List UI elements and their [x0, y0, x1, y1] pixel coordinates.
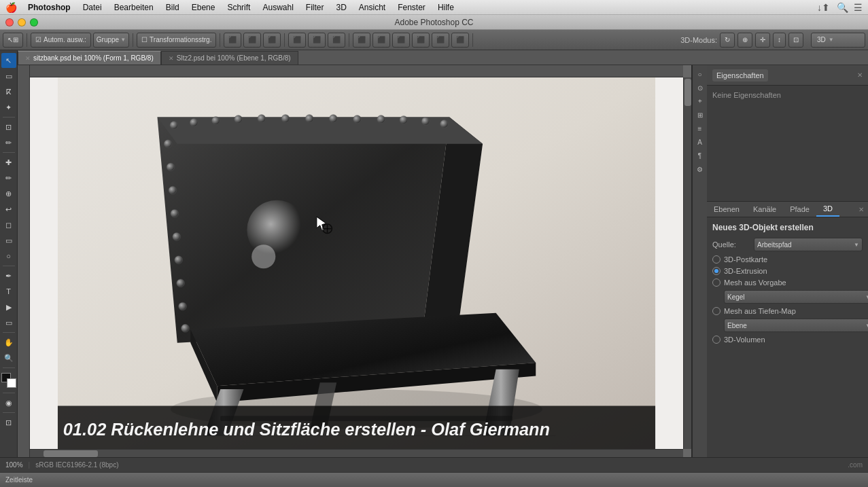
- panel-icon-para[interactable]: ¶: [694, 149, 706, 162]
- radio-volumen-circle[interactable]: [712, 336, 721, 344]
- menu-bearbeiten[interactable]: Bearbeiten: [109, 1, 159, 14]
- radio-mesh-tiefen[interactable]: Mesh aus Tiefen-Map: [712, 307, 863, 315]
- tab-ebenen[interactable]: Ebenen: [707, 202, 746, 217]
- search-icon[interactable]: 🔍: [837, 2, 848, 13]
- menu-3d[interactable]: 3D: [330, 1, 351, 14]
- menu-bild[interactable]: Bild: [160, 1, 185, 14]
- color-picker[interactable]: [1, 373, 16, 388]
- screen-mode-btn[interactable]: ⊡: [1, 415, 16, 430]
- panel-icon-target[interactable]: ⌖: [694, 95, 706, 107]
- 3d-rotate-btn[interactable]: ↻: [720, 33, 735, 48]
- radio-mesh-tiefen-circle[interactable]: [712, 307, 721, 315]
- tab-3d[interactable]: 3D: [816, 202, 839, 217]
- panel-icon-grid[interactable]: ⊞: [694, 109, 706, 121]
- menu-auswahl[interactable]: Auswahl: [257, 1, 298, 14]
- distribute-right-btn[interactable]: ⬛: [392, 33, 410, 48]
- eigenschaften-tab[interactable]: Eigenschaften: [712, 69, 768, 82]
- stamp-tool[interactable]: ⊕: [1, 186, 16, 201]
- radio-volumen[interactable]: 3D-Volumen: [712, 336, 863, 344]
- tab-close-icon[interactable]: ✕: [25, 55, 31, 62]
- move-tool-btn[interactable]: ↖⊞: [3, 33, 23, 48]
- 3d-view-dropdown[interactable]: 3D ▼: [811, 33, 865, 48]
- menu-hilfe[interactable]: Hilfe: [432, 1, 459, 14]
- close-button[interactable]: [5, 18, 14, 26]
- distribute-bottom-btn[interactable]: ⬛: [451, 33, 469, 48]
- radio-extrusion-circle[interactable]: [712, 267, 721, 275]
- 3d-roll-btn[interactable]: ⊕: [737, 33, 752, 48]
- auto-select-checkbox[interactable]: ☑ Autom. ausw.:: [31, 33, 91, 48]
- eyedropper-tool[interactable]: ✏: [1, 135, 16, 150]
- radio-postkarte-circle[interactable]: [712, 255, 721, 264]
- radio-mesh-vorgabe[interactable]: Mesh aus Vorgabe: [712, 278, 863, 287]
- panel-icon-properties[interactable]: ○: [694, 68, 706, 80]
- zoom-tool[interactable]: 🔍: [1, 350, 16, 365]
- panel-close-btn[interactable]: ✕: [854, 206, 868, 213]
- gradient-tool[interactable]: ▭: [1, 233, 16, 248]
- align-left-btn[interactable]: ⬛: [224, 33, 241, 48]
- align-bottom-btn[interactable]: ⬛: [328, 33, 345, 48]
- horizontal-scrollbar-thumb[interactable]: [44, 450, 98, 457]
- 3d-slide-btn[interactable]: ↕: [773, 33, 786, 48]
- panel-icon-adjust[interactable]: ≡: [694, 122, 706, 134]
- distribute-center-h-btn[interactable]: ⬛: [432, 33, 449, 48]
- type-tool[interactable]: T: [1, 284, 16, 299]
- brush-tool[interactable]: ✏: [1, 170, 16, 185]
- panel-icon-circle[interactable]: ⊙: [694, 82, 706, 94]
- tab-pfade[interactable]: Pfade: [783, 202, 816, 217]
- gruppe-dropdown[interactable]: Gruppe ▼: [93, 33, 129, 48]
- healing-tool[interactable]: ✚: [1, 155, 16, 170]
- distribute-top-btn[interactable]: ⬛: [412, 33, 430, 48]
- shape-tool[interactable]: ▭: [1, 315, 16, 330]
- menu-ebene[interactable]: Ebene: [186, 1, 221, 14]
- tab-sitzbank[interactable]: ✕ sitzbank.psd bei 100% (Form 1, RGB/8): [18, 51, 161, 65]
- menu-ansicht[interactable]: Ansicht: [353, 1, 391, 14]
- menu-datei[interactable]: Datei: [77, 1, 107, 14]
- panel-expand-icon[interactable]: ✕: [857, 71, 863, 79]
- radio-postkarte[interactable]: 3D-Postkarte: [712, 255, 863, 264]
- tab-sltz2[interactable]: ✕ Sltz2.psd bei 100% (Ebene 1, RGB/8): [161, 51, 298, 65]
- eraser-tool[interactable]: ◻: [1, 217, 16, 232]
- zeitleiste-label[interactable]: Zeitleiste: [5, 476, 33, 484]
- background-color[interactable]: [7, 378, 16, 388]
- radio-mesh-vorgabe-circle[interactable]: [712, 278, 721, 287]
- dodge-tool[interactable]: ○: [1, 249, 16, 264]
- menu-fenster[interactable]: Fenster: [392, 1, 431, 14]
- align-center-h-btn[interactable]: ⬛: [308, 33, 326, 48]
- menu-filter[interactable]: Filter: [300, 1, 330, 14]
- document-canvas[interactable]: 01.02 Rückenlehne und Sitzfläche erstell…: [30, 77, 683, 449]
- lasso-tool[interactable]: ⴽ: [1, 84, 16, 99]
- maximize-button[interactable]: [30, 18, 38, 26]
- marquee-tool[interactable]: ▭: [1, 69, 16, 84]
- minimize-button[interactable]: [18, 18, 26, 26]
- tab-close-icon-2[interactable]: ✕: [169, 55, 174, 62]
- pen-tool[interactable]: ✒: [1, 268, 16, 283]
- 3d-scale-btn[interactable]: ⊡: [788, 33, 803, 48]
- transformationsstrg-checkbox[interactable]: ☐ Transformationsstrg.: [137, 33, 216, 48]
- align-center-v-btn[interactable]: ⬛: [243, 33, 261, 48]
- magic-wand-tool[interactable]: ✦: [1, 100, 16, 115]
- move-tool[interactable]: ↖: [1, 53, 16, 68]
- menu-schrift[interactable]: Schrift: [222, 1, 256, 14]
- menu-photoshop[interactable]: Photoshop: [22, 1, 76, 14]
- kegel-dropdown[interactable]: Kegel ▼: [724, 290, 868, 304]
- path-select-tool[interactable]: ▶: [1, 300, 16, 314]
- align-top-btn[interactable]: ⬛: [288, 33, 306, 48]
- 3d-pan-btn[interactable]: ✛: [755, 33, 770, 48]
- radio-extrusion[interactable]: 3D-Extrusion: [712, 267, 863, 275]
- distribute-left-btn[interactable]: ⬛: [353, 33, 370, 48]
- panel-icon-type[interactable]: A: [694, 136, 706, 148]
- distribute-center-v-btn[interactable]: ⬛: [372, 33, 390, 48]
- horizontal-scrollbar[interactable]: [30, 449, 683, 457]
- ebene-dropdown[interactable]: Ebene ▼: [724, 319, 868, 332]
- panel-icon-gear[interactable]: ⚙: [694, 163, 706, 175]
- history-brush-tool[interactable]: ↩: [1, 202, 16, 217]
- hand-tool[interactable]: ✋: [1, 335, 16, 350]
- quelle-dropdown[interactable]: Arbeitspfad ▼: [754, 238, 863, 251]
- vertical-scrollbar[interactable]: [683, 77, 691, 449]
- align-right-btn[interactable]: ⬛: [263, 33, 281, 48]
- apple-menu[interactable]: 🍎: [5, 2, 17, 13]
- tab-kanale[interactable]: Kanäle: [746, 202, 783, 217]
- quick-mask-tool[interactable]: ◉: [1, 395, 16, 410]
- vertical-scrollbar-thumb[interactable]: [684, 79, 691, 106]
- crop-tool[interactable]: ⊡: [1, 120, 16, 134]
